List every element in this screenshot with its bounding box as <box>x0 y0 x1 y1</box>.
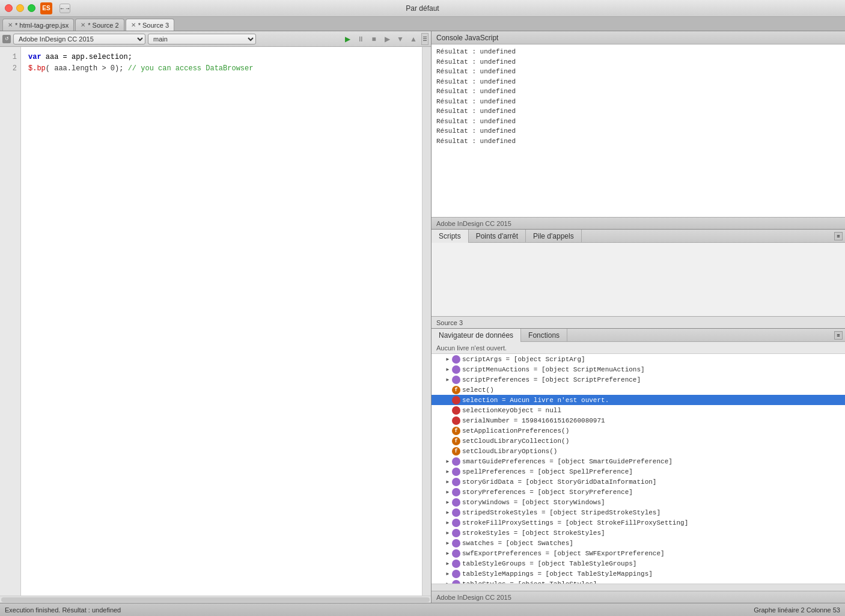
tree-item-scriptArgs[interactable]: scriptArgs = [object ScriptArg] <box>432 354 845 364</box>
tree-item-tableStyles[interactable]: tableStyles = [object TableStyles] <box>432 579 845 584</box>
expander-icon[interactable] <box>444 498 452 507</box>
tree-item-setCloudLibraryOptions[interactable]: f setCloudLibraryOptions() <box>432 446 845 456</box>
data-tabs: Navigateur de données Fonctions ≡ <box>432 329 845 342</box>
tree-node-icon <box>452 406 460 415</box>
tree-item-serialNumber[interactable]: serialNumber = 159841661516260080971 <box>432 415 845 425</box>
tree-item-tableStyleMappings[interactable]: tableStyleMappings = [object TableStyleM… <box>432 569 845 579</box>
function-select[interactable]: main <box>148 34 256 44</box>
console-line-5: Résultat : undefined <box>436 87 840 97</box>
data-tree[interactable]: scriptArgs = [object ScriptArg] scriptMe… <box>432 354 845 584</box>
expander-icon[interactable] <box>444 376 452 384</box>
tree-item-storyWindows[interactable]: storyWindows = [object StoryWindows] <box>432 497 845 507</box>
data-status: Aucun livre n'est ouvert. <box>432 342 845 354</box>
toolbar-menu-button[interactable] <box>421 33 429 45</box>
tabs-bar: ✕ * html-tag-grep.jsx ✕ * Source 2 ✕ * S… <box>0 17 845 31</box>
tab-close-icon[interactable]: ✕ <box>131 22 136 28</box>
tab-close-icon[interactable]: ✕ <box>8 22 13 28</box>
step-over-button[interactable]: ▶ <box>382 34 392 44</box>
data-menu-button[interactable]: ≡ <box>834 331 843 340</box>
minimize-button[interactable] <box>16 4 24 12</box>
console-output[interactable]: Résultat : undefined Résultat : undefine… <box>432 44 845 217</box>
tab-callstack[interactable]: Pile d'appels <box>526 230 582 243</box>
tree-item-scriptMenuActions[interactable]: scriptMenuActions = [object ScriptMenuAc… <box>432 364 845 374</box>
tree-node-icon: f <box>452 447 460 456</box>
stop-button[interactable]: ■ <box>368 34 379 44</box>
tree-item-selectionKeyObject[interactable]: selectionKeyObject = null <box>432 405 845 415</box>
expander-icon[interactable] <box>444 539 452 547</box>
tree-item-stripedStrokeStyles[interactable]: stripedStrokeStyles = [object StripedStr… <box>432 507 845 517</box>
tab-source3[interactable]: ✕ * Source 3 <box>126 19 174 31</box>
tab-functions[interactable]: Fonctions <box>521 329 567 342</box>
tree-item-label: tableStyleMappings = [object TableStyleM… <box>462 570 653 578</box>
tree-item-swfExportPreferences[interactable]: swfExportPreferences = [object SWFExport… <box>432 548 845 558</box>
line-number-1: 1 <box>0 52 20 63</box>
scripts-menu-button[interactable]: ≡ <box>834 232 843 240</box>
console-line-6: Résultat : undefined <box>436 97 840 107</box>
tree-node-icon <box>452 355 460 364</box>
expander-icon[interactable] <box>444 529 452 537</box>
tab-data-navigator[interactable]: Navigateur de données <box>432 329 521 342</box>
tree-item-label: tableStyleGroups = [object TableStyleGro… <box>462 560 636 567</box>
tree-item-label: stripedStrokeStyles = [object StripedStr… <box>462 509 660 516</box>
expander-icon[interactable] <box>444 519 452 527</box>
tree-node-icon: f <box>452 427 460 435</box>
expander-icon[interactable] <box>444 355 452 364</box>
step-into-button[interactable]: ▼ <box>395 34 406 44</box>
tab-scripts[interactable]: Scripts <box>432 230 469 243</box>
tree-item-setApplicationPreferences[interactable]: f setApplicationPreferences() <box>432 425 845 436</box>
tab-label: * Source 2 <box>88 22 118 29</box>
scripts-filename: Source 3 <box>432 316 845 328</box>
tree-item-spellPreferences[interactable]: spellPreferences = [object SpellPreferen… <box>432 466 845 477</box>
run-button[interactable]: ▶ <box>342 34 353 44</box>
tree-item-storyGridData[interactable]: storyGridData = [object StoryGridDataInf… <box>432 477 845 487</box>
tab-source2[interactable]: ✕ * Source 2 <box>75 19 124 31</box>
window-nav-back[interactable]: ←→ <box>59 4 70 13</box>
tree-item-label: storyPreferences = [object StoryPreferen… <box>462 489 633 496</box>
expander-icon[interactable] <box>444 549 452 558</box>
expander-icon[interactable] <box>444 488 452 496</box>
step-out-button[interactable]: ▲ <box>408 34 419 44</box>
console-line-1: Résultat : undefined <box>436 47 840 57</box>
tree-item-smartGuidePreferences[interactable]: smartGuidePreferences = [object SmartGui… <box>432 456 845 466</box>
tree-node-icon <box>452 529 460 537</box>
maximize-button[interactable] <box>28 4 35 12</box>
expander-icon[interactable] <box>444 468 452 476</box>
expander-icon[interactable] <box>444 457 452 466</box>
tree-item-label: selection = Aucun livre n'est ouvert. <box>462 397 609 404</box>
tree-item-selection[interactable]: selection = Aucun livre n'est ouvert. <box>432 395 845 405</box>
expander-icon[interactable] <box>444 365 452 374</box>
tree-item-strokeStyles[interactable]: strokeStyles = [object StrokeStyles] <box>432 528 845 538</box>
close-button[interactable] <box>5 4 13 12</box>
tree-item-select[interactable]: f select() <box>432 385 845 395</box>
console-line-8: Résultat : undefined <box>436 117 840 127</box>
code-line-2: $.bp( aaa.length > 0); // you can access… <box>28 63 415 75</box>
target-select[interactable]: Adobe InDesign CC 2015 <box>13 34 145 44</box>
line-numbers: 1 2 <box>0 47 21 596</box>
tree-item-scriptPreferences[interactable]: scriptPreferences = [object ScriptPrefer… <box>432 374 845 385</box>
tree-item-label: scriptPreferences = [object ScriptPrefer… <box>462 376 641 383</box>
toolbar-icon[interactable]: ↺ <box>2 35 11 43</box>
tab-close-icon[interactable]: ✕ <box>81 22 85 28</box>
tree-item-strokeFillProxySettings[interactable]: strokeFillProxySettings = [object Stroke… <box>432 517 845 528</box>
tree-node-icon: f <box>452 437 460 445</box>
tab-label: * Source 3 <box>138 22 169 29</box>
tree-item-swatches[interactable]: swatches = [object Swatches] <box>432 538 845 548</box>
expander-icon[interactable] <box>444 508 452 517</box>
data-hscrollbar[interactable] <box>432 584 845 591</box>
editor-scrollbar[interactable] <box>422 47 431 596</box>
tree-node-icon <box>452 549 460 558</box>
tab-breakpoints[interactable]: Points d'arrêt <box>469 230 526 243</box>
tab-html-tag-grep[interactable]: ✕ * html-tag-grep.jsx <box>2 19 74 31</box>
code-area[interactable]: var aaa = app.selection; $.bp( aaa.lengt… <box>21 47 422 596</box>
expander-icon[interactable] <box>444 478 452 486</box>
tree-item-label: setCloudLibraryCollection() <box>462 438 569 445</box>
editor-hscrollbar[interactable] <box>0 596 431 603</box>
tree-item-tableStyleGroups[interactable]: tableStyleGroups = [object TableStyleGro… <box>432 558 845 569</box>
expander-icon[interactable] <box>444 560 452 568</box>
expander-icon[interactable] <box>444 570 452 578</box>
main-layout: ↺ Adobe InDesign CC 2015 main ▶ ⏸ ■ ▶ ▼ … <box>0 31 845 603</box>
tree-item-setCloudLibraryCollection[interactable]: f setCloudLibraryCollection() <box>432 436 845 446</box>
tree-item-storyPreferences[interactable]: storyPreferences = [object StoryPreferen… <box>432 487 845 497</box>
tree-node-icon <box>452 468 460 476</box>
pause-button[interactable]: ⏸ <box>355 34 366 44</box>
